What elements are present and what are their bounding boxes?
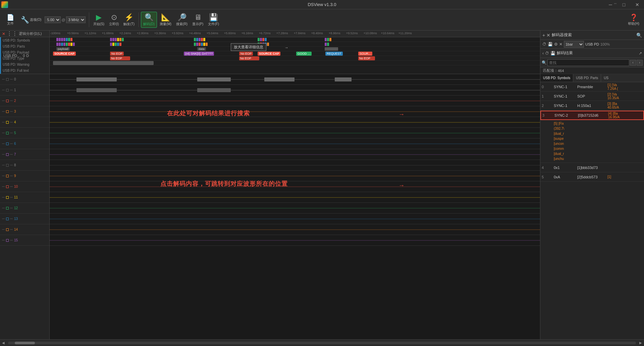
channel-row-9[interactable]: 9 bbox=[0, 171, 49, 181]
start-label: 开始(S) bbox=[93, 22, 104, 26]
svg-rect-2 bbox=[197, 77, 231, 81]
search-label: 搜索(R) bbox=[176, 22, 187, 26]
options-btn[interactable]: 🔧 选项(O) bbox=[19, 15, 43, 24]
channel-row-3[interactable]: 3 bbox=[0, 106, 49, 117]
title-bar: DSView v1.3.0 ─ □ ✕ ↔ bbox=[0, 0, 644, 9]
svg-rect-1 bbox=[76, 77, 117, 81]
channel-row-15[interactable]: 15 bbox=[0, 235, 49, 246]
display-btn[interactable]: 🖥 显示(P) bbox=[190, 12, 205, 27]
result-row-0[interactable]: 0 SYNC-1 Preamble [1] [Va7.26A ( bbox=[540, 82, 644, 92]
measure-btn[interactable]: 📐 测量(M) bbox=[158, 12, 173, 27]
result-col2-3: [0]b37152d6 bbox=[577, 113, 607, 117]
tab-symbols[interactable]: USB PD: Symbols bbox=[540, 74, 573, 82]
remove-decoder-btn[interactable]: ✕ bbox=[546, 33, 550, 38]
svg-rect-3 bbox=[264, 77, 294, 81]
channel-row-2[interactable]: 2 bbox=[0, 96, 49, 106]
channel-row-4[interactable]: 4 bbox=[0, 117, 49, 128]
file-btn[interactable]: 💾 文件(F) bbox=[206, 12, 221, 27]
signal-label-panel: ✕ ⋮⋮ 逻辑分析仪(L) USB PD ... 0 D USB PD: Sym… bbox=[0, 31, 50, 339]
result-col1-4: 0x1 bbox=[552, 166, 576, 170]
results-table[interactable]: 0 SYNC-1 Preamble [1] [Va7.26A ( 1 SYNC-… bbox=[540, 82, 644, 346]
channel-row-14[interactable]: 14 bbox=[0, 224, 49, 235]
app-logo bbox=[1, 1, 8, 8]
scroll-right-btn[interactable]: ▶ bbox=[637, 340, 644, 346]
decoder-annotation-area: payload data pay SOURCE CAP No EOP (r4) … bbox=[50, 37, 540, 74]
channel-row-10[interactable]: 10 bbox=[0, 181, 49, 192]
search-next-btn[interactable]: › bbox=[637, 60, 643, 66]
scroll-track[interactable] bbox=[8, 342, 636, 344]
signal-row-14 bbox=[50, 224, 540, 235]
close-btn[interactable]: ✕ bbox=[631, 0, 644, 9]
file-menu-label: 文件 bbox=[7, 21, 14, 26]
maximize-btn[interactable]: □ bbox=[617, 0, 631, 9]
signal-row-2 bbox=[50, 96, 540, 106]
result-col1-5: 0xA bbox=[552, 175, 576, 179]
signal-row-8 bbox=[50, 160, 540, 171]
results-clock-icon[interactable]: ⏱ bbox=[545, 51, 549, 56]
result-col3-3: [4] [Ba16.95/A bbox=[607, 112, 643, 119]
tab-us[interactable]: US bbox=[601, 74, 611, 82]
tab-parts[interactable]: USB PD: Parts bbox=[573, 74, 601, 82]
config-close-icon[interactable]: ✕ bbox=[559, 42, 562, 47]
channel-row-12[interactable]: 12 bbox=[0, 203, 49, 214]
search-input[interactable] bbox=[547, 59, 629, 66]
decoder-search-magnify[interactable]: 🔍 bbox=[636, 33, 642, 38]
channel-row-5[interactable]: 5 bbox=[0, 128, 49, 138]
result-row-2[interactable]: 2 SYNC-1 H:150a1 [3] [Ba40.65/A bbox=[540, 101, 644, 110]
result-row-5[interactable]: 5 0xA [2]5ddcb573 [1] bbox=[540, 172, 644, 182]
results-save-icon[interactable]: 💾 bbox=[550, 51, 555, 56]
signal-row-9 bbox=[50, 171, 540, 181]
channel-row-13[interactable]: 13 bbox=[0, 214, 49, 224]
logic-analyzer-label[interactable]: ✕ ⋮⋮ 逻辑分析仪(L) bbox=[0, 31, 49, 37]
result-idx-4: 4 bbox=[540, 166, 552, 170]
search-btn[interactable]: 🔎 搜索(R) bbox=[174, 12, 190, 27]
results-nav-prev[interactable]: ‹ bbox=[542, 51, 544, 56]
signal-row-10 bbox=[50, 181, 540, 192]
result-col2-5: [2]5ddcb573 bbox=[576, 175, 606, 179]
result-row-4[interactable]: 4 0x1 [1]bbb33d73 bbox=[540, 163, 644, 172]
decoder-search-title: 解码器搜索 bbox=[552, 32, 635, 38]
result-row-1[interactable]: 1 SYNC-1 SOP [2] [Va10.35/A bbox=[540, 92, 644, 101]
config-save-icon[interactable]: 💾 bbox=[548, 42, 553, 47]
usb-pd-channel[interactable]: USB PD ... 0 D USB PD: Symbols USB PD: P… bbox=[0, 37, 49, 74]
channel-row-7[interactable]: 7 bbox=[0, 149, 49, 160]
decoder-percent: 100% bbox=[600, 42, 610, 46]
decode-btn[interactable]: 🔍 解码(D) bbox=[141, 12, 157, 28]
bottom-scrollbar[interactable]: ◀ ▶ bbox=[0, 339, 644, 346]
parts-row bbox=[50, 42, 540, 47]
symbols-row bbox=[50, 37, 540, 42]
config-clock-icon[interactable]: ⏱ bbox=[542, 42, 546, 47]
search-prev-btn[interactable]: ‹ bbox=[630, 60, 636, 66]
signal-row-5 bbox=[50, 128, 540, 138]
match-count-row: 匹配项： 464 bbox=[540, 67, 644, 74]
result-row-detail[interactable]: [5] [Fix (392.7\ [dual_r [suspe [uncon [… bbox=[540, 120, 644, 163]
decoder-type-select[interactable]: 1bar bbox=[564, 41, 584, 48]
results-title: 解码结果 bbox=[557, 50, 637, 56]
fulltext-row bbox=[50, 61, 540, 65]
timeline-ruler: -100ms +0.56ms +1.12ms +1.68ms +2.24ms +… bbox=[50, 31, 540, 37]
freq-select[interactable]: 3 MHz bbox=[66, 16, 86, 23]
waveform-area[interactable]: -100ms +0.56ms +1.12ms +1.68ms +2.24ms +… bbox=[50, 31, 540, 339]
file-menu-btn[interactable]: 📄 文件 bbox=[2, 13, 19, 26]
svg-rect-7 bbox=[197, 88, 231, 92]
channel-row-11[interactable]: 11 bbox=[0, 192, 49, 203]
channel-row-6[interactable]: 6 bbox=[0, 138, 49, 149]
sample-rate-group: 5.00 @ 3 MHz bbox=[43, 16, 87, 23]
help-btn[interactable]: ❓ 帮助(H) bbox=[625, 13, 642, 27]
channel-row-8[interactable]: 8 bbox=[0, 160, 49, 171]
channel-row-1[interactable]: 1 bbox=[0, 85, 49, 96]
scroll-left-btn[interactable]: ◀ bbox=[0, 340, 7, 346]
results-header: ‹ ⏱ 💾 解码结果 ↗ bbox=[540, 49, 644, 58]
results-export-icon[interactable]: ↗ bbox=[639, 51, 642, 56]
config-decoder-icon[interactable]: ⚙ bbox=[554, 42, 558, 47]
start-btn[interactable]: ▶ 开始(S) bbox=[91, 12, 106, 27]
sample-rate-select[interactable]: 5.00 bbox=[45, 16, 61, 23]
add-decoder-btn[interactable]: + bbox=[542, 33, 545, 38]
instant-btn[interactable]: ⊙ 立即(I) bbox=[107, 12, 121, 27]
trigger-btn[interactable]: ⚡ 触发(T) bbox=[121, 12, 137, 27]
result-row-3[interactable]: 3 SYNC-2 [0]b37152d6 [4] [Ba16.95/A bbox=[540, 111, 644, 120]
window-controls[interactable]: ─ □ ✕ bbox=[604, 0, 644, 9]
scroll-thumb[interactable] bbox=[15, 342, 35, 344]
channel-row-0[interactable]: 0 bbox=[0, 74, 49, 85]
sep1 bbox=[89, 12, 89, 27]
